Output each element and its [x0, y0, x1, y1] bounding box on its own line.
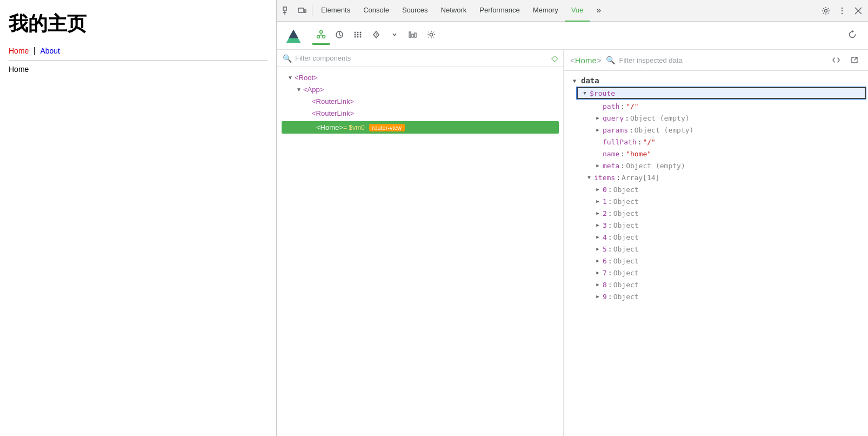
- scope-icon[interactable]: ◇: [551, 53, 558, 63]
- tree-router-link-2[interactable]: <RouterLink>: [277, 107, 563, 119]
- data-name-row[interactable]: name : "home": [564, 148, 868, 160]
- data-query-row[interactable]: ▶ query : Object (empty): [564, 112, 868, 124]
- tree-app-label: App: [308, 85, 320, 94]
- data-object-row[interactable]: ▶1:Object: [564, 195, 868, 207]
- tab-memory[interactable]: Memory: [526, 0, 565, 22]
- vue-timeline-btn[interactable]: [330, 27, 349, 45]
- component-tree: 🔍 ◇ ▼ <Root> ▼ <App> <RouterLink>: [277, 50, 564, 436]
- responsive-icon-btn[interactable]: [295, 3, 310, 18]
- inspector-icon-btn[interactable]: [279, 3, 295, 18]
- svg-point-5: [825, 9, 827, 12]
- name-key: name: [603, 150, 619, 158]
- meta-key: meta: [603, 162, 619, 170]
- vue-performance-btn[interactable]: [404, 27, 422, 45]
- svg-line-17: [321, 35, 324, 36]
- tab-performance[interactable]: Performance: [473, 0, 526, 22]
- data-path-row[interactable]: path : "/": [564, 100, 868, 112]
- obj-arrow: ▶: [594, 221, 602, 229]
- obj-value: Object: [613, 257, 639, 265]
- obj-value: Object: [613, 221, 639, 229]
- obj-value: Object: [613, 281, 639, 289]
- code-view-btn[interactable]: [829, 53, 843, 67]
- tab-sources[interactable]: Sources: [396, 0, 435, 22]
- vue-routing-dropdown-btn[interactable]: [385, 27, 404, 45]
- obj-index: 1: [603, 197, 607, 206]
- tree-home-close: >: [339, 123, 343, 131]
- data-object-row[interactable]: ▶5:Object: [564, 243, 868, 255]
- vue-routing-btn[interactable]: [367, 27, 385, 45]
- svg-point-24: [360, 34, 362, 36]
- tab-vue[interactable]: Vue: [565, 0, 590, 22]
- tab-elements[interactable]: Elements: [315, 0, 357, 22]
- devtools-content: 🔍 ◇ ▼ <Root> ▼ <App> <RouterLink>: [277, 50, 868, 436]
- tab-more[interactable]: »: [590, 0, 607, 22]
- data-object-row[interactable]: ▶6:Object: [564, 255, 868, 267]
- obj-arrow: ▶: [594, 186, 602, 193]
- vue-toolbar: [277, 22, 868, 50]
- tab-separator: [312, 5, 312, 16]
- filter-data-icon: 🔍: [606, 56, 615, 64]
- filter-components-input[interactable]: [295, 54, 548, 62]
- nav-about-link[interactable]: About: [40, 47, 60, 55]
- filter-data-input[interactable]: [619, 56, 825, 64]
- query-colon: :: [625, 114, 629, 122]
- obj-arrow: ▶: [594, 245, 602, 253]
- params-colon: :: [629, 126, 633, 134]
- tree-root-arrow: ▼: [286, 73, 295, 82]
- obj-value: Object: [613, 186, 639, 194]
- fullpath-value: "/": [643, 138, 655, 146]
- obj-index: 5: [603, 245, 607, 253]
- data-object-row[interactable]: ▶0:Object: [564, 183, 868, 195]
- bracket-open: <: [570, 56, 575, 65]
- tree-home[interactable]: <Home> = $vm0 router-view: [282, 121, 559, 134]
- page-title: 我的主页: [9, 11, 268, 37]
- open-in-editor-btn[interactable]: [847, 53, 862, 67]
- tab-console[interactable]: Console: [357, 0, 396, 22]
- devtools-tabbar: Elements Console Sources Network Perform…: [277, 0, 868, 22]
- vue-refresh-btn[interactable]: [843, 27, 862, 45]
- bracket-close: >: [597, 56, 602, 65]
- data-fullpath-row[interactable]: fullPath : "/": [564, 136, 868, 148]
- data-object-row[interactable]: ▶9:Object: [564, 290, 868, 302]
- data-params-row[interactable]: ▶ params : Object (empty): [564, 124, 868, 136]
- devtools-close-btn[interactable]: [851, 3, 866, 18]
- tree-router-link-1[interactable]: <RouterLink>: [277, 95, 563, 107]
- items-colon: :: [616, 174, 620, 182]
- obj-value: Object: [613, 269, 639, 277]
- tree-rl1-close: >: [350, 97, 354, 105]
- obj-value: Object: [613, 293, 639, 301]
- data-meta-row[interactable]: ▶ meta : Object (empty): [564, 160, 868, 171]
- tree-home-router-badge: router-view: [369, 124, 405, 131]
- obj-index: 7: [603, 269, 607, 277]
- obj-value: Object: [613, 233, 639, 241]
- inspected-panel: <Home> 🔍 ▼ data: [564, 50, 868, 436]
- tree-app-tag: <: [303, 85, 308, 94]
- vue-vuex-btn[interactable]: [349, 27, 367, 45]
- devtools-settings-btn[interactable]: [818, 3, 833, 18]
- items-key: items: [594, 174, 615, 182]
- svg-point-21: [360, 32, 362, 34]
- tree-rl1-arrow: [303, 97, 312, 105]
- tree-root[interactable]: ▼ <Root>: [277, 71, 563, 83]
- svg-rect-29: [412, 34, 413, 37]
- svg-point-8: [842, 12, 843, 14]
- data-route-row[interactable]: ▼ $route: [577, 87, 866, 99]
- devtools-more-btn[interactable]: [834, 3, 850, 18]
- page-area: 我的主页 Home | About Home: [0, 0, 277, 436]
- data-object-row[interactable]: ▶7:Object: [564, 267, 868, 279]
- data-items-row[interactable]: ▼ items : Array[14]: [564, 171, 868, 183]
- obj-arrow: ▶: [594, 209, 602, 217]
- data-object-row[interactable]: ▶3:Object: [564, 219, 868, 231]
- tree-home-open: <: [316, 123, 321, 131]
- filter-data-wrap: [619, 56, 825, 64]
- tree-app[interactable]: ▼ <App>: [277, 83, 563, 95]
- nav-home-link[interactable]: Home: [9, 47, 29, 55]
- tree-root-close: >: [313, 74, 318, 82]
- vue-component-btn[interactable]: [312, 27, 330, 45]
- vue-settings-btn[interactable]: [422, 27, 440, 45]
- data-object-row[interactable]: ▶8:Object: [564, 279, 868, 290]
- data-object-row[interactable]: ▶2:Object: [564, 207, 868, 219]
- svg-rect-4: [304, 10, 306, 12]
- data-object-row[interactable]: ▶4:Object: [564, 231, 868, 243]
- tab-network[interactable]: Network: [435, 0, 473, 22]
